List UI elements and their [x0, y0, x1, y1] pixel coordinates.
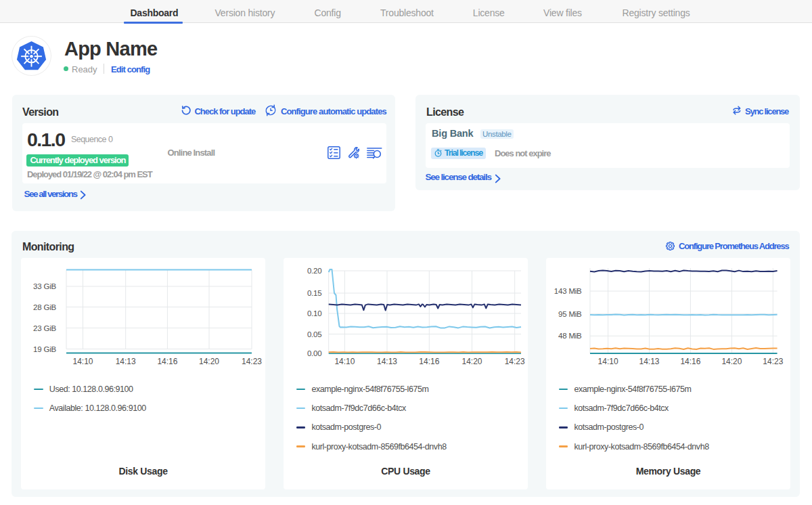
svg-text:0.05: 0.05: [307, 330, 322, 338]
svg-text:143 MiB: 143 MiB: [554, 287, 582, 295]
svg-text:95 MiB: 95 MiB: [558, 310, 582, 318]
svg-text:14:23: 14:23: [763, 357, 783, 366]
svg-text:14:16: 14:16: [419, 357, 439, 366]
svg-text:28 GiB: 28 GiB: [33, 303, 56, 311]
svg-text:23 GiB: 23 GiB: [33, 324, 56, 332]
svg-text:14:23: 14:23: [505, 357, 525, 366]
svg-text:33 GiB: 33 GiB: [33, 282, 56, 290]
svg-text:14:13: 14:13: [116, 357, 136, 366]
svg-text:0.15: 0.15: [307, 289, 322, 297]
svg-text:14:13: 14:13: [639, 357, 659, 366]
svg-text:14:20: 14:20: [721, 357, 742, 366]
svg-text:14:16: 14:16: [157, 357, 177, 366]
svg-text:0.20: 0.20: [307, 267, 322, 275]
svg-text:0.10: 0.10: [307, 309, 322, 317]
svg-text:14:16: 14:16: [680, 357, 700, 366]
svg-text:14:20: 14:20: [461, 357, 482, 366]
svg-text:14:23: 14:23: [242, 357, 262, 366]
svg-text:14:10: 14:10: [334, 357, 355, 366]
svg-text:14:20: 14:20: [199, 357, 219, 366]
svg-text:14:10: 14:10: [598, 357, 618, 366]
svg-text:14:13: 14:13: [377, 357, 397, 366]
svg-text:19 GiB: 19 GiB: [33, 345, 56, 353]
svg-text:0.00: 0.00: [307, 349, 322, 357]
svg-text:48 MiB: 48 MiB: [558, 332, 582, 340]
svg-text:14:10: 14:10: [72, 357, 93, 366]
